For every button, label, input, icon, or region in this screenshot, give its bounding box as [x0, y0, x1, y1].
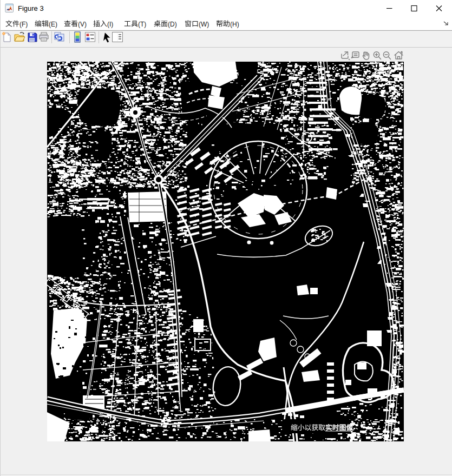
svg-text:Figure 3: Figure 3: [18, 4, 44, 12]
svg-text:(V): (V): [78, 21, 87, 28]
svg-text:(I): (I): [107, 21, 113, 28]
svg-text:(H): (H): [230, 21, 239, 28]
svg-text:(F): (F): [19, 21, 28, 28]
svg-text:(T): (T): [138, 21, 146, 28]
svg-text:(E): (E): [49, 21, 57, 28]
svg-text:(W): (W): [199, 21, 209, 28]
svg-text:(D): (D): [168, 21, 177, 28]
